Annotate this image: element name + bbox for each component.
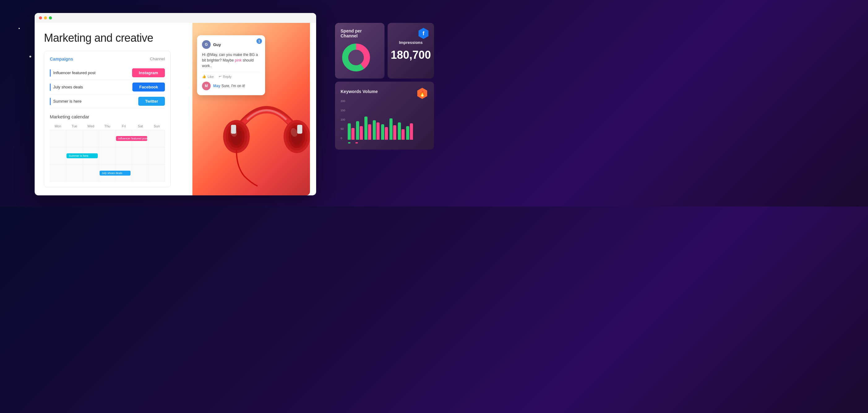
maximize-btn[interactable] <box>49 17 52 20</box>
bar-pink <box>368 124 371 140</box>
bar-pink <box>393 125 396 140</box>
campaign-name-july: July shoes deals <box>50 84 83 91</box>
calendar-event-summer: Summer is here <box>66 153 98 158</box>
cal-day-sat: Sat <box>132 123 148 129</box>
cal-day-wed: Wed <box>83 123 99 129</box>
campaign-bar <box>50 69 51 77</box>
bar-green <box>364 117 368 140</box>
reply-button[interactable]: ↩ Reply <box>219 74 231 78</box>
headphones-image <box>217 84 310 195</box>
cal-day-thu: Thu <box>99 123 115 129</box>
legend-item-green <box>348 142 350 144</box>
impressions-value: 180,700 <box>391 49 431 62</box>
bar-pink <box>351 128 354 140</box>
like-button[interactable]: 👍 Like <box>202 74 214 78</box>
campaign-bar <box>50 98 51 105</box>
chat-actions: 👍 Like ↩ Reply <box>202 72 260 78</box>
cal-day-fri: Fri <box>116 123 132 129</box>
notification-badge: 1 <box>256 38 262 44</box>
calendar-grid: Mon Tue Wed Thu Fri Sat Sun <box>50 123 165 129</box>
y-label-200: 200 <box>341 99 345 103</box>
channel-col-label: Channel <box>150 57 165 62</box>
reply-icon: ↩ <box>219 74 221 78</box>
svg-rect-10 <box>231 125 236 134</box>
campaign-row: Influencer featured post Instagram <box>50 66 165 80</box>
bar-pink <box>385 127 388 140</box>
y-label-150: 150 <box>341 109 345 112</box>
chat-message: Hi @May, can you make the BG a bit brigh… <box>202 52 260 69</box>
legend-dot-green <box>348 142 350 144</box>
keywords-header: Keywords Volume 🔥 <box>341 87 428 99</box>
y-label-0: 0 <box>341 137 345 140</box>
chart-legend <box>341 142 428 144</box>
titlebar <box>35 13 316 23</box>
bar-group-3 <box>364 117 371 140</box>
calendar-title: Marketing calendar <box>50 114 165 119</box>
channel-button-instagram[interactable]: Instagram <box>132 68 165 77</box>
facebook-hexagon-icon: f <box>417 27 430 39</box>
svg-point-14 <box>348 50 364 65</box>
bar-group-6 <box>390 118 396 140</box>
y-label-50: 50 <box>341 127 345 130</box>
campaign-row: July shoes deals Facebook <box>50 80 165 94</box>
donut-chart <box>341 42 372 73</box>
facebook-icon-container: f <box>417 27 430 41</box>
campaign-name-summer: Summer is here <box>50 98 82 105</box>
bar-group-7 <box>398 122 405 140</box>
calendar-event-july: July shoes deals <box>100 171 131 176</box>
bar-pink <box>360 126 363 140</box>
calendar-event-influencer: Influencer featured post <box>116 136 147 141</box>
keywords-card: Keywords Volume 🔥 200 150 100 50 0 <box>335 82 434 150</box>
campaigns-card: Campaigns Channel Influencer featured po… <box>44 51 171 187</box>
campaign-name-influencer: Influencer featured post <box>50 69 96 77</box>
calendar-section: Marketing calendar Mon Tue Wed Thu Fri S… <box>50 114 165 182</box>
page-title: Marketing and creative <box>44 32 153 44</box>
svg-text:🔥: 🔥 <box>419 90 426 97</box>
channel-button-twitter[interactable]: Twitter <box>138 97 165 106</box>
bar-pink <box>376 122 379 140</box>
bar-group-1 <box>348 123 354 140</box>
bar-group-8 <box>406 123 413 140</box>
image-panel: G Guy 1 Hi @May, can you make the BG a b… <box>192 23 310 195</box>
cal-day-tue: Tue <box>66 123 82 129</box>
top-metrics-row: Spend per Channel f Im <box>335 23 434 78</box>
fire-hexagon-icon: 🔥 <box>416 87 428 99</box>
bar-green <box>406 126 409 140</box>
keywords-chart-area: 200 150 100 50 0 <box>341 99 428 140</box>
browser-window: Marketing and creative ··· Campaigns Cha… <box>35 13 316 195</box>
bar-green <box>381 124 384 140</box>
bar-pink <box>402 129 405 140</box>
chat-card: G Guy 1 Hi @May, can you make the BG a b… <box>197 35 265 95</box>
campaign-bar <box>50 84 51 91</box>
chat-username-guy: Guy <box>213 42 221 47</box>
svg-rect-11 <box>297 125 302 134</box>
pink-word: pink <box>235 58 242 62</box>
impressions-card: f Impressions 180,700 <box>388 23 434 78</box>
reply-row: M May Sure, I'm on it! <box>202 82 260 90</box>
bar-group-2 <box>356 121 363 140</box>
reply-text: May Sure, I'm on it! <box>213 84 245 88</box>
close-btn[interactable] <box>39 17 42 20</box>
minimize-btn[interactable] <box>44 17 47 20</box>
bar-pink <box>410 123 413 140</box>
y-label-100: 100 <box>341 118 345 121</box>
channel-button-facebook[interactable]: Facebook <box>132 83 165 92</box>
keywords-title: Keywords Volume <box>341 89 378 94</box>
right-cards: Spend per Channel f Im <box>335 23 434 150</box>
cal-day-sun: Sun <box>149 123 165 129</box>
cal-day-mon: Mon <box>50 123 66 129</box>
campaigns-header: Campaigns Channel <box>50 57 165 62</box>
bar-group-5 <box>381 124 388 140</box>
avatar-may: M <box>202 82 211 90</box>
bar-green <box>348 123 351 140</box>
campaigns-col-label: Campaigns <box>50 57 73 62</box>
svg-text:f: f <box>423 30 425 36</box>
spend-card-title: Spend per Channel <box>341 28 379 38</box>
reply-username: May <box>213 84 220 88</box>
spend-per-channel-card: Spend per Channel <box>335 23 384 78</box>
legend-dot-pink <box>355 142 358 144</box>
bar-group-4 <box>373 120 379 140</box>
campaign-row: Summer is here Twitter <box>50 94 165 108</box>
chat-user-guy: G Guy <box>202 40 260 49</box>
bar-green <box>356 121 359 140</box>
